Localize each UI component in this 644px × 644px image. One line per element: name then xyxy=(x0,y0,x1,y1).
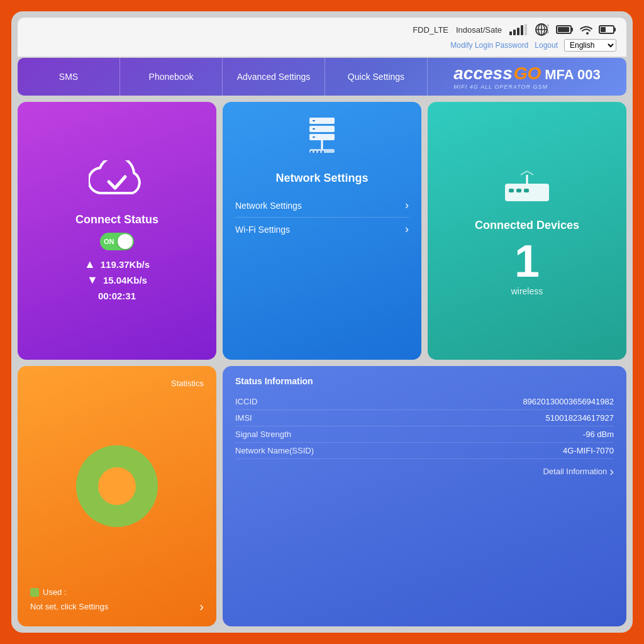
toggle-on-label: ON xyxy=(104,238,114,245)
connected-devices-card: Connected Devices 1 wireless xyxy=(428,102,626,360)
svg-rect-17 xyxy=(313,136,315,138)
svg-rect-23 xyxy=(322,151,324,153)
svg-rect-26 xyxy=(516,189,521,192)
svg-rect-22 xyxy=(318,151,320,153)
logo-mfa: MFA 003 xyxy=(545,67,600,83)
stats-click-text: Not set, click Settings xyxy=(30,602,108,611)
stats-chevron-icon: › xyxy=(199,599,204,614)
legend-dot-used xyxy=(30,588,39,597)
detail-chevron-icon: › xyxy=(609,464,614,479)
imsi-label: IMSI xyxy=(235,413,252,423)
status-info-title: Status Information xyxy=(235,376,313,386)
main-grid: Connect Status ON ▲ 119.37Kb/s ▼ 15.04Kb… xyxy=(18,102,626,626)
svg-rect-11 xyxy=(601,27,606,32)
battery-icon xyxy=(556,24,574,35)
signal-value: -96 dBm xyxy=(583,430,614,439)
header-top: FDD_LTE Indosat/Sate ↑ xyxy=(413,23,616,36)
status-information-card: Status Information ICCID 896201300036569… xyxy=(223,366,626,627)
svg-rect-27 xyxy=(524,189,529,192)
nav-advanced-settings[interactable]: Advanced Settings xyxy=(223,58,325,96)
language-select[interactable]: English Indonesia 中文 xyxy=(564,39,616,52)
logo-access: access xyxy=(453,64,512,84)
iccid-value: 89620130003656941982 xyxy=(523,397,614,406)
svg-rect-21 xyxy=(314,151,316,153)
ssid-label: Network Name(SSID) xyxy=(235,446,314,455)
network-settings-card: Network Settings Network Settings › Wi-F… xyxy=(223,102,421,360)
chevron-right-icon: › xyxy=(405,199,409,212)
svg-rect-19 xyxy=(309,149,335,153)
stats-legend-label: Used : xyxy=(43,587,67,597)
svg-line-29 xyxy=(521,171,527,175)
status-row-iccid: ICCID 89620130003656941982 xyxy=(235,394,614,410)
carrier-label: Indosat/Sate xyxy=(456,25,502,35)
globe-icon: ↑ ↓ xyxy=(535,23,551,36)
iccid-label: ICCID xyxy=(235,397,257,406)
logo-subtitle: MIFI 4G ALL OPERATOR GSM xyxy=(453,84,600,90)
status-row-imsi: IMSI 510018234617927 xyxy=(235,410,614,426)
detail-link-text: Detail Information xyxy=(543,467,607,476)
status-row-ssid: Network Name(SSID) 4G-MIFI-7070 xyxy=(235,443,614,459)
status-row-signal: Signal Strength -96 dBm xyxy=(235,426,614,443)
svg-rect-15 xyxy=(313,120,315,121)
upload-speed-row: ▲ 119.37Kb/s xyxy=(84,258,150,271)
svg-rect-8 xyxy=(558,27,569,32)
toggle-track[interactable]: ON xyxy=(100,233,134,250)
stats-legend: Used : xyxy=(30,587,204,597)
nav-sms[interactable]: SMS xyxy=(18,58,120,96)
svg-rect-25 xyxy=(509,189,514,192)
upload-arrow-icon: ▲ xyxy=(84,258,96,271)
network-settings-link[interactable]: Network Settings › xyxy=(235,194,409,218)
svg-rect-7 xyxy=(571,28,573,31)
logout-link[interactable]: Logout xyxy=(535,41,558,50)
signal-label: Signal Strength xyxy=(235,430,291,439)
wifi-icon xyxy=(579,23,594,36)
nav-quick-settings[interactable]: Quick Settings xyxy=(325,58,428,96)
svg-point-32 xyxy=(98,467,136,505)
devices-type: wireless xyxy=(511,286,543,296)
ssid-value: 4G-MIFI-7070 xyxy=(563,446,614,455)
statistics-card: Statistics Used : Not set, click Setting… xyxy=(18,366,216,627)
stats-footer: Used : Not set, click Settings › xyxy=(30,587,204,614)
svg-rect-10 xyxy=(614,28,616,31)
donut-chart xyxy=(30,391,204,583)
imsi-value: 510018234617927 xyxy=(546,413,614,423)
download-speed: 15.04Kb/s xyxy=(103,275,147,286)
svg-rect-16 xyxy=(313,128,315,130)
toggle-thumb xyxy=(118,234,133,249)
devices-count: 1 xyxy=(514,238,540,284)
svg-text:↓: ↓ xyxy=(547,28,550,35)
network-type-label: FDD_LTE xyxy=(413,25,448,35)
svg-rect-20 xyxy=(311,151,313,153)
download-arrow-icon: ▼ xyxy=(87,274,98,287)
router-icon xyxy=(499,165,555,209)
nav-phonebook[interactable]: Phonebook xyxy=(120,58,223,96)
nav-logo: access GO MFA 003 MIFI 4G ALL OPERATOR G… xyxy=(428,58,626,96)
header-bottom: Modify Login Password Logout English Ind… xyxy=(450,39,616,52)
connect-toggle[interactable]: ON xyxy=(100,233,134,250)
nav-bar: SMS Phonebook Advanced Settings Quick Se… xyxy=(18,58,626,96)
header: FDD_LTE Indosat/Sate ↑ xyxy=(18,18,626,57)
header-icons: ↑ ↓ xyxy=(535,23,616,36)
modify-password-link[interactable]: Modify Login Password xyxy=(450,41,528,50)
wifi-settings-link[interactable]: Wi-Fi Settings › xyxy=(235,218,409,241)
connect-status-title: Connect Status xyxy=(75,213,158,226)
chevron-right-icon-2: › xyxy=(405,223,409,236)
signal-bars-icon xyxy=(509,24,527,35)
stats-header: Statistics xyxy=(171,379,204,388)
cloud-check-icon xyxy=(89,160,145,203)
stats-click-link[interactable]: Not set, click Settings › xyxy=(30,599,204,614)
svg-line-30 xyxy=(527,171,533,175)
uptime-timer: 00:02:31 xyxy=(98,291,136,301)
battery2-icon xyxy=(599,24,616,35)
download-speed-row: ▼ 15.04Kb/s xyxy=(87,274,147,287)
connected-devices-title: Connected Devices xyxy=(475,219,579,232)
upload-speed: 119.37Kb/s xyxy=(101,259,150,270)
connect-status-card: Connect Status ON ▲ 119.37Kb/s ▼ 15.04Kb… xyxy=(18,102,216,360)
logo-go: GO xyxy=(514,64,541,84)
server-icon xyxy=(297,114,347,162)
network-settings-title: Network Settings xyxy=(275,172,368,185)
detail-information-link[interactable]: Detail Information › xyxy=(235,464,614,479)
